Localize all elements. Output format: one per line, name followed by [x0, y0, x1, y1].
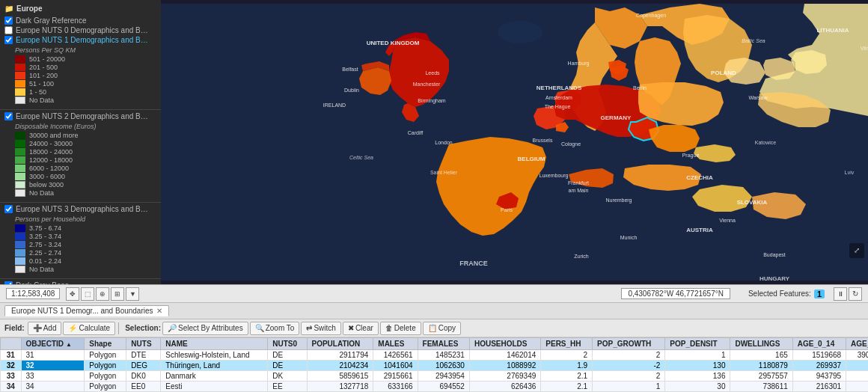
layer-checkbox-nuts3[interactable] [4, 205, 13, 213]
sidebar-layer-nuts1[interactable]: Europe NUTS 1 Demographics and Boun... [0, 35, 161, 45]
nuts2-legend-item-4: 6000 - 12000 [15, 165, 156, 172]
map-area[interactable]: UNITED KINGDOM Belfast Leeds Manchester … [161, 0, 868, 284]
col-header-pop-growth[interactable]: POP_GROWTH [593, 338, 665, 350]
layer-name-nuts0: Europe NUTS 0 Demographics and Boun... [16, 26, 150, 34]
zoom-icon: 🔍 [255, 324, 264, 332]
table-row[interactable]: 3333PolygonDK0DanmarkDK58596152915661294… [1, 371, 869, 382]
males-cell: 1426561 [373, 350, 418, 361]
pan-icon[interactable]: ✥ [66, 287, 79, 301]
age-0-14-cell: 216301 [792, 382, 846, 392]
col-header-rownum[interactable] [1, 338, 22, 350]
nuts3-swatch-2 [15, 241, 25, 248]
row-num-cell: 31 [1, 350, 22, 361]
top-area: 📁 Europe Dark Gray Reference Europe NUTS… [0, 0, 868, 284]
nuts2-swatch-5 [15, 173, 25, 180]
svg-text:Frankfurt: Frankfurt [568, 180, 589, 186]
col-header-age-15[interactable]: AGE_15 [846, 338, 868, 350]
table-row[interactable]: 3131PolygonDTESchleswig-Holstein, LandDE… [1, 350, 869, 361]
select-icon[interactable]: ⬚ [81, 287, 94, 301]
age-0-14-cell: 269937 [792, 361, 846, 371]
plus-icon: ➕ [33, 324, 42, 332]
attribute-table-tab[interactable]: Europe NUTS 1 Demogr... and Boundaries ✕ [4, 305, 169, 316]
pers-hh-cell: 2.1 [541, 382, 593, 392]
sidebar-layer-nuts2[interactable]: Europe NUTS 2 Demographics and Boun... [0, 111, 161, 121]
clear-button[interactable]: ✖ Clear [343, 322, 379, 335]
col-header-pop-densit[interactable]: POP_DENSIT [665, 338, 730, 350]
add-button[interactable]: ➕ Add [28, 322, 62, 335]
pers-hh-cell: 1.9 [541, 361, 593, 371]
bottom-section: 1:12,583,408 ✥ ⬚ ⊕ ⊞ ▼ 0,4306782°W 46,77… [0, 284, 868, 392]
delete-button[interactable]: 🗑 Delete [380, 322, 421, 335]
col-header-nuts0[interactable]: NUTS0 [268, 338, 307, 350]
svg-text:Manchester: Manchester [413, 82, 441, 87]
coordinates-display[interactable]: 0,4306782°W 46,7721657°N [621, 288, 730, 299]
col-header-dwellings[interactable]: DWELLINGS [730, 338, 792, 350]
nuts3-legend-item-0: 3.75 - 6.74 [15, 224, 156, 232]
legend-label-0: 501 - 20000 [29, 55, 65, 63]
objectid-cell: 33 [21, 371, 85, 382]
pop-densit-cell: 1 [665, 350, 730, 361]
svg-text:⤢: ⤢ [854, 246, 860, 254]
scale-bar: 1:12,583,408 ✥ ⬚ ⊕ ⊞ ▼ 0,4306782°W 46,77… [0, 285, 868, 303]
nuts3-legend-item-5: No Data [15, 266, 156, 273]
select-by-attributes-button[interactable]: 🔎 Select By Attributes [162, 322, 248, 335]
measure-icon[interactable]: ⊕ [96, 287, 109, 301]
col-header-pers-hh[interactable]: PERS_HH [541, 338, 593, 350]
legend-label-1: 201 - 500 [29, 64, 58, 71]
pop-growth-cell: 2 [593, 350, 665, 361]
legend-swatch-4 [15, 88, 25, 96]
legend-item-4: 1 - 50 [15, 88, 156, 96]
legend-item-3: 51 - 100 [15, 80, 156, 88]
pause-button[interactable]: ⏸ [834, 287, 847, 301]
col-header-age-0-14[interactable]: AGE_0_14 [792, 338, 846, 350]
calculate-button[interactable]: ⚡ Calculate [63, 322, 115, 335]
col-header-nuts[interactable]: NUTS [126, 338, 161, 350]
sidebar-layer-dark-gray-ref[interactable]: Dark Gray Reference [0, 16, 161, 25]
arrow-icon[interactable]: ▼ [126, 287, 139, 301]
map-svg: UNITED KINGDOM Belfast Leeds Manchester … [161, 0, 868, 284]
clear-icon: ✖ [348, 324, 354, 332]
col-header-females[interactable]: FEMALES [418, 338, 469, 350]
svg-text:HUNGARY: HUNGARY [760, 275, 790, 282]
sidebar: 📁 Europe Dark Gray Reference Europe NUTS… [0, 0, 161, 284]
col-header-name[interactable]: NAME [161, 338, 268, 350]
layer-checkbox-dark-gray-ref[interactable] [4, 16, 13, 25]
age-0-14-cell: 1519668 [792, 350, 846, 361]
switch-button[interactable]: ⇄ Switch [301, 322, 340, 335]
table-row[interactable]: 3434PolygonEE0EestiEE1327718633166694552… [1, 382, 869, 392]
svg-text:Budapest: Budapest [763, 252, 786, 258]
svg-text:UNITED KINGDOM: UNITED KINGDOM [367, 40, 420, 46]
delete-icon: 🗑 [385, 324, 393, 332]
nuts2-swatch-4 [15, 165, 25, 172]
data-table-wrapper[interactable]: OBJECTID ▲ Shape NUTS NAME NUTS0 POPULAT… [0, 337, 868, 392]
layer-checkbox-nuts0[interactable] [4, 26, 13, 34]
zoom-icon[interactable]: ⊞ [111, 287, 124, 301]
tab-close-button[interactable]: ✕ [156, 307, 162, 315]
col-header-shape[interactable]: Shape [85, 338, 126, 350]
nuts2-legend-item-0: 30000 and more [15, 132, 156, 139]
nuts3-label-1: 3.25 - 3.74 [29, 233, 61, 240]
nuts3-swatch-0 [15, 224, 25, 232]
col-header-population[interactable]: POPULATION [307, 338, 373, 350]
name-cell: Danmark [161, 371, 268, 382]
refresh-button[interactable]: ↻ [849, 287, 862, 301]
layer-checkbox-nuts1[interactable] [4, 36, 13, 44]
nuts3-label-4: 0.01 - 2.24 [29, 257, 61, 265]
sidebar-layer-nuts3[interactable]: Europe NUTS 3 Demographics and Boun... [0, 204, 161, 214]
svg-text:Vilnius: Vilnius [861, 46, 868, 51]
col-header-males[interactable]: MALES [373, 338, 418, 350]
svg-text:Paris: Paris [501, 207, 513, 212]
legend-item-2: 101 - 200 [15, 72, 156, 79]
zoom-to-button[interactable]: 🔍 Zoom To [250, 322, 300, 335]
legend-label-2: 101 - 200 [29, 72, 58, 79]
table-row[interactable]: 3232PolygonDEGThüringen, LandDE210423410… [1, 361, 869, 371]
copy-button[interactable]: 📋 Copy [423, 322, 461, 335]
males-cell: 2915661 [373, 371, 418, 382]
col-header-households[interactable]: HOUSEHOLDS [469, 338, 540, 350]
scale-selector[interactable]: 1:12,583,408 [6, 288, 60, 299]
col-header-objectid[interactable]: OBJECTID ▲ [21, 338, 85, 350]
toolbar-row: Field: ➕ Add ⚡ Calculate Selection: 🔎 Se… [0, 319, 868, 337]
layer-checkbox-nuts2[interactable] [4, 112, 13, 120]
sidebar-layer-nuts0[interactable]: Europe NUTS 0 Demographics and Boun... [0, 25, 161, 35]
layer-name-dark-gray-ref: Dark Gray Reference [16, 16, 86, 25]
